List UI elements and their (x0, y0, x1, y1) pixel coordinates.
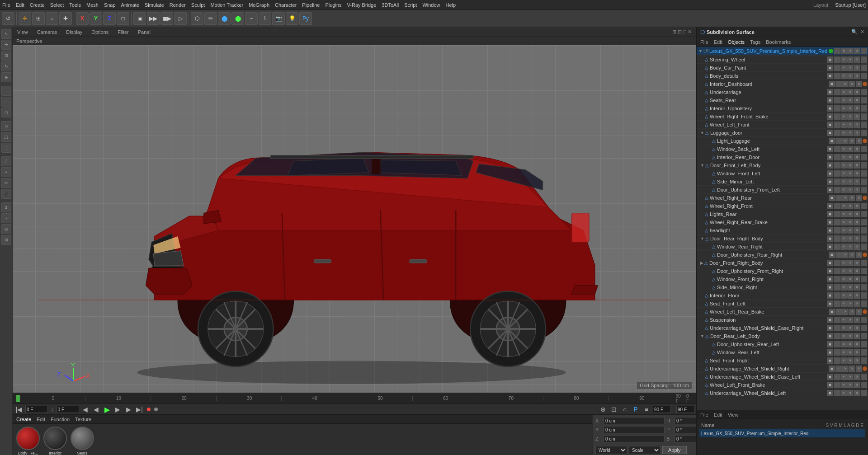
ti-tag1[interactable]: ✕ (840, 170, 847, 177)
ti-dot[interactable]: · (861, 122, 867, 128)
ti-tag2[interactable]: ✕ (847, 276, 854, 282)
rotate-tool[interactable]: ○ (46, 12, 58, 25)
om-search-icon[interactable]: 🔍 (851, 29, 858, 35)
ti-vis[interactable]: ◼ (827, 260, 833, 266)
apply-button[interactable]: Apply (662, 446, 687, 454)
menu-mograph[interactable]: MoGraph (249, 2, 269, 8)
ti-tag1[interactable]: ✕ (840, 211, 847, 217)
layout-value[interactable]: Startup [User] (835, 2, 866, 8)
ti-lock[interactable]: · (834, 219, 840, 225)
root-tag-4[interactable]: ✕ (854, 48, 860, 54)
menu-simulate[interactable]: Simulate (145, 2, 164, 8)
ti-tag3[interactable]: ✕ (854, 390, 860, 396)
ti-dot[interactable]: · (861, 65, 867, 71)
ti-vis[interactable]: ◼ (827, 162, 833, 169)
timeline-play[interactable]: ▶ (103, 405, 112, 414)
ti-tag3[interactable]: ✕ (856, 309, 862, 315)
ti-lock[interactable]: · (834, 113, 840, 120)
3d-viewport[interactable]: L (13, 45, 696, 393)
ti-tag3[interactable]: ✕ (856, 252, 862, 258)
ti-tag2[interactable]: ✕ (847, 390, 854, 396)
python-script[interactable]: Py (299, 12, 312, 25)
ti-dot[interactable]: · (861, 203, 867, 209)
ti-tag2[interactable]: ✕ (847, 317, 854, 323)
ti-tag1[interactable]: ✕ (840, 333, 847, 339)
ti-tag3[interactable]: ✕ (854, 105, 860, 112)
ti-tag2[interactable]: ✕ (847, 97, 854, 103)
timeline-rotate-mode[interactable]: ○ (620, 406, 629, 413)
tree-item-door_upholstery_front_right[interactable]: △Door_Upholstery_Front_Right◼·✕✕✕· (697, 267, 868, 275)
ti-lock[interactable]: · (834, 333, 840, 339)
ti-dot[interactable]: · (861, 325, 867, 331)
polygon-select[interactable]: ◻ (1, 108, 11, 117)
ti-tag1[interactable]: ✕ (840, 341, 847, 347)
ti-dot[interactable]: · (861, 105, 867, 112)
root-tag-2[interactable]: ✕ (840, 48, 847, 54)
coord-x-pos-input[interactable] (604, 417, 665, 424)
weld-tool[interactable]: ⊞ (1, 235, 11, 245)
tree-item-seats_rear[interactable]: △Seats_Rear◼·✕✕✕· (697, 96, 868, 104)
ti-dot[interactable]: · (861, 73, 867, 79)
ti-tag2[interactable]: ✕ (847, 219, 854, 225)
br-tab-view[interactable]: View (728, 412, 739, 417)
ti-tag3[interactable]: ✕ (854, 349, 860, 356)
ti-tag3[interactable]: ✕ (854, 382, 860, 388)
ti-dot[interactable]: · (861, 211, 867, 217)
material-ball-body-red[interactable] (16, 427, 40, 450)
ti-tag2[interactable]: ✕ (849, 309, 855, 315)
ti-lock[interactable]: · (834, 105, 840, 112)
ti-tag3[interactable]: ✕ (854, 374, 860, 380)
ti-tag3[interactable]: ✕ (854, 244, 860, 250)
ti-vis[interactable]: ◼ (827, 122, 833, 128)
ti-tag2[interactable]: ✕ (847, 374, 854, 380)
ti-lock[interactable]: · (834, 325, 840, 331)
ti-tag3[interactable]: ✕ (854, 333, 860, 339)
ti-tag2[interactable]: ✕ (847, 178, 854, 185)
light-tool[interactable]: 💡 (286, 12, 298, 25)
root-tag-3[interactable]: ✕ (847, 48, 854, 54)
menu-plugins[interactable]: Plugins (325, 2, 341, 8)
ti-dot[interactable]: · (861, 154, 867, 160)
ti-lock[interactable]: · (835, 252, 842, 258)
ti-tag2[interactable]: ✕ (847, 260, 854, 266)
tab-filter[interactable]: Filter (115, 29, 131, 35)
ti-tag2[interactable]: ✕ (847, 105, 854, 112)
ti-tag2[interactable]: ✕ (849, 195, 855, 201)
ti-tag1[interactable]: ✕ (840, 235, 847, 242)
ti-tag2[interactable]: ✕ (847, 65, 854, 71)
ti-dot[interactable]: · (861, 97, 867, 103)
mat-tab-create[interactable]: Create (16, 417, 31, 422)
tree-item-wheel_right_rear_brake[interactable]: △Wheel_Right_Rear_Brake◼·✕✕✕· (697, 218, 868, 226)
ti-lock[interactable]: · (834, 260, 840, 266)
coord-mode-select[interactable]: Scale Size (629, 446, 660, 454)
ti-dot[interactable]: · (861, 170, 867, 177)
menu-tools[interactable]: Tools (69, 2, 81, 8)
ti-tag3[interactable]: ✕ (854, 146, 860, 152)
ti-tag2[interactable]: ✕ (847, 56, 854, 63)
ti-tag1[interactable]: ✕ (840, 130, 847, 136)
timeline-start-input[interactable] (57, 406, 79, 413)
menu-sculpt[interactable]: Sculpt (191, 2, 205, 8)
mat-tab-edit[interactable]: Edit (37, 417, 45, 422)
ti-tag2[interactable]: ✕ (847, 73, 854, 79)
ti-vis[interactable]: ◼ (827, 227, 833, 234)
timeline-prev-keyframe[interactable]: ◀ (92, 406, 101, 413)
ti-lock[interactable]: · (834, 349, 840, 356)
ti-tag1[interactable]: ✕ (840, 260, 847, 266)
draw-tool[interactable]: / (1, 156, 11, 166)
tree-item-door_rear_left_body[interactable]: ▼△Door_Rear_Left_Body◼·✕✕✕· (697, 332, 868, 340)
ti-tag2[interactable]: ✕ (847, 300, 854, 307)
ti-tag3[interactable]: ✕ (854, 357, 860, 364)
ti-dot[interactable]: · (861, 235, 867, 242)
ti-tag2[interactable]: ✕ (847, 268, 854, 274)
coord-y-pos-input[interactable] (604, 426, 665, 433)
ti-tag1[interactable]: ✕ (840, 374, 847, 380)
ti-tag1[interactable]: ✕ (840, 382, 847, 388)
tree-item-lights_rear[interactable]: △Lights_Rear◼·✕✕✕· (697, 210, 868, 218)
tree-item-seat_front_right[interactable]: △Seat_Front_Right◼·✕✕✕· (697, 356, 868, 365)
ti-tag2[interactable]: ✕ (847, 325, 854, 331)
ti-tag1[interactable]: ✕ (840, 97, 847, 103)
ti-tag1[interactable]: ✕ (840, 187, 847, 193)
ti-tag2[interactable]: ✕ (847, 292, 854, 299)
ti-tag1[interactable]: ✕ (840, 292, 847, 299)
